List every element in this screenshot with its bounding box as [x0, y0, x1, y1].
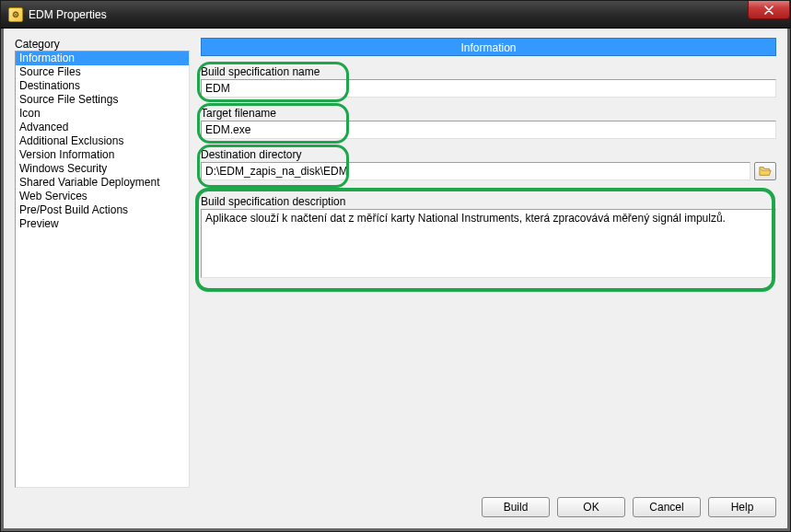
destination-directory-row	[201, 162, 776, 180]
target-filename-label: Target filename	[201, 107, 776, 120]
window-title: EDM Properties	[29, 8, 107, 21]
category-item[interactable]: Pre/Post Build Actions	[16, 203, 189, 217]
dialog-button-row: Build OK Cancel Help	[15, 488, 776, 519]
category-item[interactable]: Source Files	[16, 65, 189, 79]
information-panel: Information Build specification name Tar…	[201, 38, 776, 488]
category-item[interactable]: Shared Variable Deployment	[16, 176, 189, 190]
category-item[interactable]: Source File Settings	[16, 93, 189, 107]
category-item[interactable]: Information	[16, 52, 189, 65]
help-button[interactable]: Help	[708, 497, 776, 517]
build-spec-name-group: Build specification name	[201, 65, 776, 98]
panel-header: Information	[201, 38, 776, 56]
category-list[interactable]: InformationSource FilesDestinationsSourc…	[15, 51, 190, 488]
category-item[interactable]: Destinations	[16, 79, 189, 93]
title-bar: ⚙ EDM Properties	[1, 1, 790, 29]
build-spec-name-label: Build specification name	[201, 65, 776, 78]
category-item[interactable]: Additional Exclusions	[16, 134, 189, 148]
category-item[interactable]: Web Services	[16, 190, 189, 203]
window-buttons	[748, 1, 790, 19]
ok-button[interactable]: OK	[557, 497, 625, 517]
content-row: Category InformationSource FilesDestinat…	[15, 38, 776, 488]
destination-directory-input[interactable]	[201, 162, 750, 180]
description-textarea[interactable]	[201, 209, 776, 278]
target-filename-input[interactable]	[201, 121, 776, 139]
destination-directory-label: Destination directory	[201, 148, 776, 161]
folder-open-icon	[759, 166, 772, 177]
description-group: Build specification description	[201, 195, 776, 278]
cancel-button[interactable]: Cancel	[633, 497, 701, 517]
window-root: ⚙ EDM Properties Category InformationSou…	[0, 0, 791, 532]
app-icon: ⚙	[8, 7, 23, 22]
target-filename-group: Target filename	[201, 107, 776, 139]
description-label: Build specification description	[201, 195, 776, 208]
category-item[interactable]: Icon	[16, 107, 189, 121]
build-button[interactable]: Build	[482, 497, 550, 517]
category-item[interactable]: Windows Security	[16, 162, 189, 176]
category-panel: Category InformationSource FilesDestinat…	[15, 38, 190, 488]
close-button[interactable]	[748, 1, 790, 19]
category-item[interactable]: Advanced	[16, 121, 189, 134]
category-item[interactable]: Preview	[16, 217, 189, 231]
browse-button[interactable]	[754, 162, 776, 180]
category-item[interactable]: Version Information	[16, 148, 189, 162]
build-spec-name-input[interactable]	[201, 79, 776, 98]
client-area: Category InformationSource FilesDestinat…	[1, 29, 790, 531]
category-header: Category	[15, 38, 190, 51]
destination-directory-group: Destination directory	[201, 148, 776, 180]
close-icon	[763, 6, 774, 15]
